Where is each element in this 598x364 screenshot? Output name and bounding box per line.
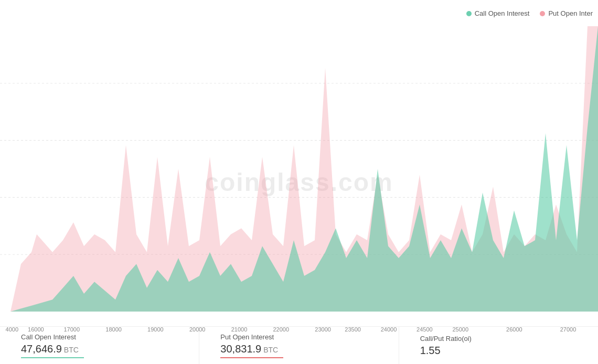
chart-svg [0, 26, 598, 312]
ratio-value: 1.55 [420, 345, 598, 357]
legend-put-label: Put Open Inter [548, 9, 593, 17]
stat-put-oi: Put Open Interest 30,831.9BTC [199, 327, 399, 364]
legend-call-label: Call Open Interest [475, 9, 530, 17]
stat-ratio: Call/Put Ratio(oi) 1.55 [399, 327, 598, 364]
call-oi-underline [21, 357, 84, 358]
call-oi-value: 47,646.9BTC [21, 343, 199, 355]
legend-call: Call Open Interest [466, 9, 530, 17]
put-oi-underline [220, 357, 283, 358]
call-oi-label: Call Open Interest [21, 333, 199, 341]
chart-area [0, 26, 598, 312]
put-dot [540, 11, 545, 16]
call-dot [466, 11, 472, 16]
put-oi-value: 30,831.9BTC [220, 343, 398, 355]
ratio-label: Call/Put Ratio(oi) [420, 335, 598, 342]
put-oi-label: Put Open Interest [220, 333, 398, 341]
chart-legend: Call Open Interest Put Open Inter [466, 9, 593, 17]
chart-container: Call Open Interest Put Open Inter coingl… [0, 0, 598, 364]
stat-call-oi: Call Open Interest 47,646.9BTC [0, 327, 199, 364]
stats-row: Call Open Interest 47,646.9BTC Put Open … [0, 326, 598, 364]
legend-put: Put Open Inter [540, 9, 593, 17]
